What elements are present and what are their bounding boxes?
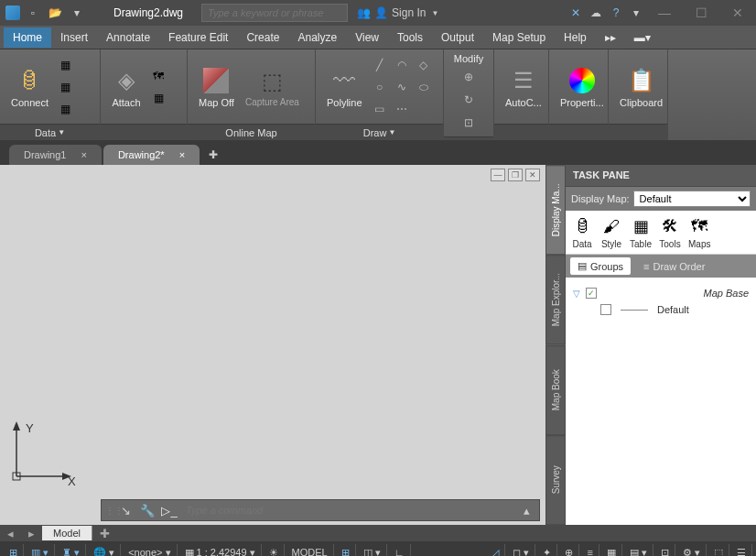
side-tab-survey[interactable]: Survey <box>545 435 566 525</box>
tab-groups[interactable]: ▤Groups <box>570 257 631 275</box>
draw-ellipse[interactable]: ⬭ <box>414 77 434 97</box>
data-small-3[interactable]: ▦ <box>56 99 76 119</box>
status-sc-icon[interactable]: ⊡ <box>655 544 675 557</box>
menu-more-icon[interactable]: ▸▸ <box>596 27 625 48</box>
menu-output[interactable]: Output <box>432 27 483 48</box>
status-globe-icon[interactable]: 🌐 ▾ <box>88 544 121 557</box>
status-snap-icon[interactable]: ◫ ▾ <box>358 544 387 557</box>
data-small-2[interactable]: ▦ <box>56 77 76 97</box>
modify-1[interactable]: ⊕ <box>459 67 479 87</box>
status-custom-icon[interactable]: ☰ <box>731 544 752 557</box>
status-lwt-icon[interactable]: ≡ <box>581 544 599 556</box>
tool-maps[interactable]: 🗺Maps <box>688 215 710 249</box>
qat-dropdown-icon[interactable]: ▾ <box>68 4 86 22</box>
draw-line[interactable]: ╱ <box>370 55 390 75</box>
tree-child[interactable]: Default <box>573 301 749 318</box>
draw-shape[interactable]: ◇ <box>414 55 434 75</box>
panel-draw-label[interactable]: Draw▼ <box>316 124 443 140</box>
modify-3[interactable]: ⊡ <box>459 113 479 133</box>
status-tower-icon[interactable]: ♜ ▾ <box>57 544 86 557</box>
status-iso-icon[interactable]: ⬚ <box>708 544 729 557</box>
qat-open-icon[interactable]: 📂 <box>46 4 64 22</box>
connect-button[interactable]: 🛢 Connect <box>7 64 52 110</box>
cmd-recent-icon[interactable]: ↘ <box>116 501 135 519</box>
status-trans-icon[interactable]: ▦ <box>601 544 622 557</box>
status-osnap-icon[interactable]: ◻ ▾ <box>507 544 535 557</box>
autocad-button[interactable]: ☰ AutoC... <box>502 64 545 110</box>
app-icon[interactable] <box>5 5 20 20</box>
filetab-drawing1[interactable]: Drawing1 × <box>9 145 102 165</box>
qat-new-icon[interactable]: ▫ <box>24 4 42 22</box>
status-angle-icon[interactable]: ◿ <box>486 544 505 557</box>
side-tab-display[interactable]: Display Ma... <box>545 165 566 255</box>
status-3d-icon[interactable]: ✦ <box>537 544 557 557</box>
status-grid2-icon[interactable]: ⊞ <box>336 544 356 557</box>
clipboard-button[interactable]: 📋 Clipboard <box>616 64 666 110</box>
menu-analyze[interactable]: Analyze <box>288 27 346 48</box>
search-input[interactable] <box>201 4 348 22</box>
tab-model[interactable]: Model <box>42 526 92 540</box>
canvas-close-icon[interactable]: ✕ <box>525 169 540 181</box>
attach-button[interactable]: ◈ Attach <box>108 64 145 110</box>
minimize-button[interactable]: — <box>646 0 683 26</box>
menu-focus-icon[interactable]: ▬▾ <box>625 27 660 48</box>
status-ortho-icon[interactable]: ∟ <box>389 544 411 556</box>
tool-tools[interactable]: 🛠Tools <box>659 215 681 249</box>
canvas-restore-icon[interactable]: ❐ <box>508 169 523 181</box>
signin-button[interactable]: 👥 👤 Sign In ▼ <box>357 6 438 19</box>
status-scale[interactable]: ▦ 1 : 2.42949 ▾ <box>179 544 262 557</box>
help-dropdown[interactable]: ▾ <box>626 3 646 23</box>
canvas-minimize-icon[interactable]: — <box>491 169 505 181</box>
menu-tools[interactable]: Tools <box>388 27 432 48</box>
side-tab-mapbook[interactable]: Map Book <box>545 345 566 435</box>
tab-add[interactable]: ✚ <box>92 527 117 540</box>
status-coords[interactable]: <none> ▾ <box>123 544 177 557</box>
menu-insert[interactable]: Insert <box>51 27 97 48</box>
tool-table[interactable]: ▦Table <box>630 215 652 249</box>
tool-data[interactable]: 🛢Data <box>571 215 593 249</box>
display-map-select[interactable]: Default <box>633 191 751 207</box>
menu-feature-edit[interactable]: Feature Edit <box>159 27 237 48</box>
draw-circle[interactable]: ○ <box>370 77 390 97</box>
status-qp-icon[interactable]: ▤ ▾ <box>624 544 653 557</box>
tab-nav-left[interactable]: ◂ <box>0 527 21 540</box>
status-grid-icon[interactable]: ⊞ <box>4 544 24 557</box>
checkbox-checked[interactable]: ✓ <box>586 288 597 299</box>
menu-create[interactable]: Create <box>237 27 288 48</box>
exchange-icon[interactable]: ✕ <box>566 3 586 23</box>
close-button[interactable]: ✕ <box>719 0 756 26</box>
tab-close-icon[interactable]: × <box>179 149 185 160</box>
help-icon[interactable]: ? <box>606 3 626 23</box>
cloud-icon[interactable]: ☁ <box>586 3 606 23</box>
grip-icon[interactable]: ⋮⋮ <box>105 506 113 516</box>
draw-arc[interactable]: ◠ <box>392 55 412 75</box>
properties-button[interactable]: Properti... <box>556 64 608 110</box>
status-layout-icon[interactable]: ▥ ▾ <box>26 544 55 557</box>
panel-data-label[interactable]: Data▼ <box>0 124 100 140</box>
expander-icon[interactable]: ▽ <box>573 289 580 299</box>
menu-help[interactable]: Help <box>555 27 596 48</box>
attach-small-2[interactable]: ▦ <box>148 88 168 108</box>
status-hw-icon[interactable]: ⚙ ▾ <box>677 544 707 557</box>
menu-home[interactable]: Home <box>4 27 51 48</box>
draw-rect[interactable]: ▭ <box>370 99 390 119</box>
tree-root[interactable]: ▽ ✓ Map Base <box>573 285 749 301</box>
modify-2[interactable]: ↻ <box>459 90 479 110</box>
attach-small-1[interactable]: 🗺 <box>148 66 168 86</box>
menu-map-setup[interactable]: Map Setup <box>483 27 555 48</box>
menu-view[interactable]: View <box>346 27 388 48</box>
draw-more[interactable]: ⋯ <box>392 99 412 119</box>
status-dyn-icon[interactable]: ⊕ <box>559 544 579 557</box>
side-tab-explorer[interactable]: Map Explor... <box>545 255 566 344</box>
draw-spline[interactable]: ∿ <box>392 77 412 97</box>
data-small-1[interactable]: ▦ <box>56 55 76 75</box>
capture-button[interactable]: ⬚ Capture Area <box>242 65 303 109</box>
status-model[interactable]: MODEL <box>286 544 334 556</box>
maximize-button[interactable]: ☐ <box>683 0 719 26</box>
status-sun-icon[interactable]: ☀ <box>264 544 285 557</box>
polyline-button[interactable]: 〰 Polyline <box>323 64 366 110</box>
add-tab-button[interactable]: ✚ <box>201 145 225 165</box>
checkbox-unchecked[interactable] <box>600 304 611 315</box>
tab-draworder[interactable]: ≡Draw Order <box>636 257 712 275</box>
tab-close-icon[interactable]: × <box>81 149 86 160</box>
